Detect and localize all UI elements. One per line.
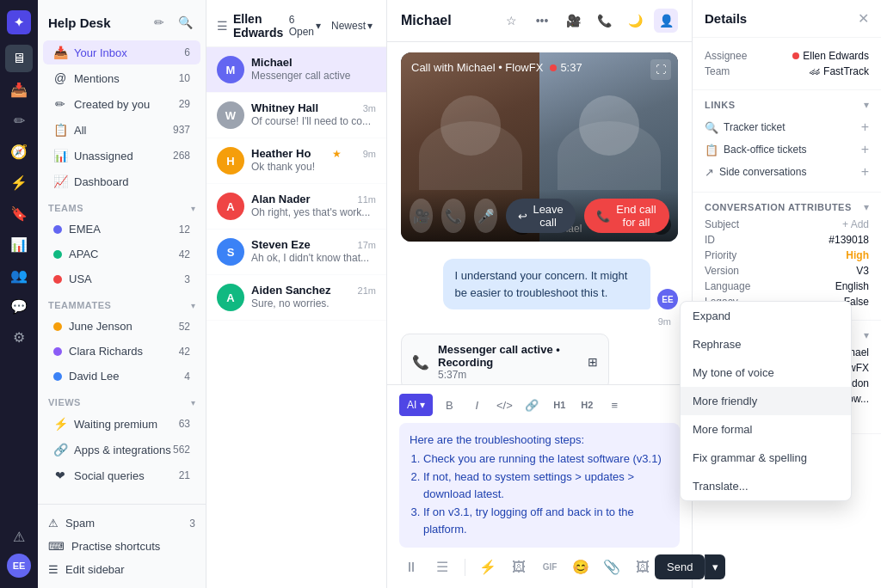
nav-chart[interactable]: 📊 xyxy=(5,230,33,258)
side-conv-add[interactable]: + xyxy=(861,164,869,180)
input-step-1: Check you are running the latest softwar… xyxy=(423,450,669,468)
phone-icon-btn[interactable]: 📞 xyxy=(592,9,616,33)
link-btn[interactable]: 🔗 xyxy=(521,394,543,416)
h2-btn[interactable]: H2 xyxy=(576,394,598,416)
sidebar-item-created[interactable]: ✏ Created by you 29 xyxy=(43,92,200,116)
nav-helpdesk[interactable]: 🖥 xyxy=(5,45,33,72)
moon-icon-btn[interactable]: 🌙 xyxy=(623,9,647,33)
heather-preview: Ok thank you! xyxy=(251,161,376,173)
filter-newest[interactable]: Newest ▾ xyxy=(328,18,376,34)
send-button[interactable]: Send xyxy=(655,554,705,579)
attach-icon[interactable]: 📎 xyxy=(600,555,624,579)
conv-attr-toggle[interactable]: ▾ xyxy=(864,201,869,213)
sidebar-item-unassigned[interactable]: 📊 Unassigned 268 xyxy=(43,144,200,168)
app-logo[interactable]: ✦ xyxy=(7,10,31,34)
user-avatar[interactable]: EE xyxy=(7,554,31,578)
conv-item-heather[interactable]: H Heather Ho ★ 9m Ok thank you! xyxy=(206,138,386,184)
pause-icon[interactable]: ⏸ xyxy=(399,555,423,579)
sidebar-item-waiting[interactable]: ⚡ Waiting premium 63 xyxy=(43,412,200,436)
priority-value: High xyxy=(846,249,869,261)
conv-item-steven[interactable]: S Steven Eze 17m Ah ok, I didn't know th… xyxy=(206,230,386,275)
end-call-btn[interactable]: 📞 End call for all xyxy=(584,199,669,233)
sidebar-item-david[interactable]: David Lee 4 xyxy=(43,364,200,388)
nav-nav[interactable]: 🧭 xyxy=(5,138,33,165)
menu-expand[interactable]: Expand xyxy=(681,302,851,330)
links-toggle[interactable]: ▾ xyxy=(864,99,869,111)
tracker-add[interactable]: + xyxy=(861,119,869,135)
star-icon-btn[interactable]: ☆ xyxy=(499,9,523,33)
camera-btn[interactable]: 🎥 xyxy=(410,199,433,233)
video-icon-btn[interactable]: 🎥 xyxy=(561,9,585,33)
assignee-label: Assignee xyxy=(705,50,747,62)
link-backoffice[interactable]: 📋 Back-office tickets + xyxy=(705,138,869,161)
sidebar-item-clara[interactable]: Clara Richards 42 xyxy=(43,340,200,363)
user-data-toggle[interactable]: ▾ xyxy=(864,329,869,341)
sidebar-spam[interactable]: ⚠ Spam 3 xyxy=(43,511,200,535)
code-btn[interactable]: </> xyxy=(493,394,515,416)
sidebar-item-usa[interactable]: USA 3 xyxy=(43,267,200,291)
sidebar-item-apac[interactable]: APAC 42 xyxy=(43,242,200,266)
edit-icon[interactable]: ✏ xyxy=(149,12,169,33)
sidebar-shortcuts[interactable]: ⌨ Practise shortcuts xyxy=(43,535,200,558)
menu-icon[interactable]: ☰ xyxy=(430,555,454,579)
backoffice-add[interactable]: + xyxy=(861,142,869,157)
all-icon: 📋 xyxy=(53,123,67,137)
menu-translate[interactable]: Translate... xyxy=(681,472,851,500)
italic-btn[interactable]: I xyxy=(465,394,488,416)
send-dropdown-btn[interactable]: ▾ xyxy=(705,554,725,579)
sidebar-item-social[interactable]: ❤ Social queries 21 xyxy=(43,463,200,487)
nav-chat[interactable]: 💬 xyxy=(5,292,33,320)
nav-bookmark[interactable]: 🔖 xyxy=(5,199,33,227)
more-icon-btn[interactable]: ••• xyxy=(530,9,554,33)
sidebar-item-all[interactable]: 📋 All 937 xyxy=(43,118,200,142)
link-side-conv[interactable]: ↗ Side conversations + xyxy=(705,161,869,183)
mic-btn[interactable]: 🎤 xyxy=(474,199,497,233)
ai-button[interactable]: AI ▾ xyxy=(399,394,433,416)
nav-compose[interactable]: ✏ xyxy=(5,107,33,134)
sidebar-item-june[interactable]: June Jenson 52 xyxy=(43,315,200,338)
flash-icon[interactable]: ⚡ xyxy=(476,555,500,579)
nav-warning[interactable]: ⚠ xyxy=(5,523,33,550)
photo-icon[interactable]: 🖼 xyxy=(631,555,655,579)
conv-item-alan[interactable]: A Alan Nader 11m Oh right, yes that's wo… xyxy=(206,184,386,230)
gif-icon[interactable]: GIF xyxy=(538,555,562,579)
sidebar-item-mentions[interactable]: @ Mentions 10 xyxy=(43,66,200,90)
sidebar-edit[interactable]: ☰ Edit sidebar xyxy=(43,558,200,581)
conv-item-michael[interactable]: M Michael Messenger call active xyxy=(206,47,386,93)
menu-grammar[interactable]: Fix grammar & spelling xyxy=(681,444,851,472)
h1-btn[interactable]: H1 xyxy=(548,394,570,416)
input-box[interactable]: Here are the troubleshooting steps: Chec… xyxy=(399,423,680,548)
emoji-icon[interactable]: 😊 xyxy=(569,555,593,579)
views-toggle[interactable]: ▾ xyxy=(191,398,195,407)
search-icon[interactable]: 🔍 xyxy=(175,12,195,33)
menu-formal[interactable]: More formal xyxy=(681,415,851,444)
nav-people[interactable]: 👥 xyxy=(5,261,33,289)
spam-icon: ⚠ xyxy=(48,517,59,530)
image-icon[interactable]: 🖼 xyxy=(507,555,531,579)
leave-call-btn[interactable]: ↩ Leave call xyxy=(506,199,575,233)
teammates-toggle[interactable]: ▾ xyxy=(191,301,195,310)
sidebar-item-dashboard[interactable]: 📈 Dashboard xyxy=(43,169,200,193)
nav-flash[interactable]: ⚡ xyxy=(5,168,33,196)
sidebar-item-emea[interactable]: EMEA 12 xyxy=(43,217,200,241)
subject-value[interactable]: + Add xyxy=(842,218,869,230)
whitney-time: 3m xyxy=(363,103,376,113)
details-close-icon[interactable]: ✕ xyxy=(858,10,869,27)
menu-tone[interactable]: My tone of voice xyxy=(681,358,851,387)
profile-icon-btn[interactable]: 👤 xyxy=(654,9,678,33)
sidebar-item-inbox[interactable]: 📥 Your Inbox 6 xyxy=(43,40,200,64)
sidebar-item-apps[interactable]: 🔗 Apps & integrations 562 xyxy=(43,438,200,462)
conv-item-aiden[interactable]: A Aiden Sanchez 21m Sure, no worries. xyxy=(206,275,386,321)
link-tracker[interactable]: 🔍 Tracker ticket + xyxy=(705,116,869,138)
nav-inbox[interactable]: 📥 xyxy=(5,76,33,103)
phone-btn[interactable]: 📞 xyxy=(441,199,465,233)
expand-icon[interactable]: ⛶ xyxy=(650,59,671,80)
menu-rephrase[interactable]: Rephrase xyxy=(681,330,851,358)
list-btn[interactable]: ≡ xyxy=(603,394,625,416)
teams-toggle[interactable]: ▾ xyxy=(191,204,195,213)
bold-btn[interactable]: B xyxy=(438,394,460,416)
menu-friendly[interactable]: More friendly xyxy=(681,387,851,415)
nav-settings[interactable]: ⚙ xyxy=(5,323,33,351)
conv-item-whitney[interactable]: W Whitney Hall 3m Of course! I'll need t… xyxy=(206,93,386,138)
filter-open[interactable]: 6 Open ▾ xyxy=(286,12,324,40)
